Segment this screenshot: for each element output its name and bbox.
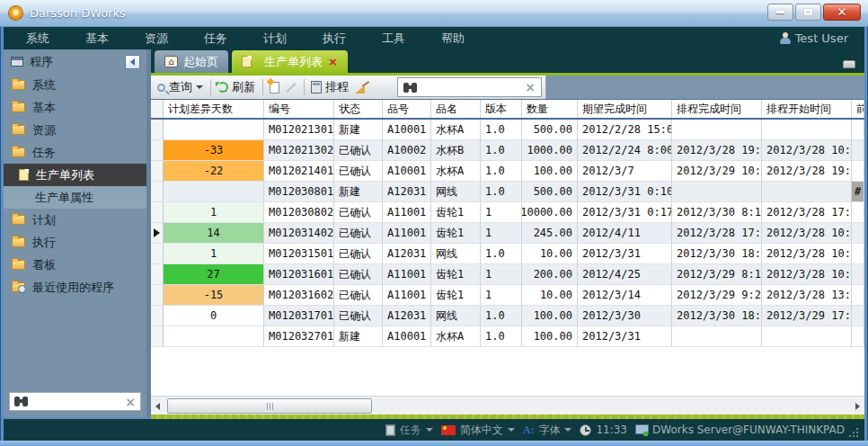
font-dropdown-icon (564, 428, 571, 432)
new-document-icon (270, 82, 279, 94)
refresh-button[interactable]: 刷新 (217, 79, 255, 95)
cell: 已确认 (334, 306, 383, 326)
menu-item-工具[interactable]: 工具 (382, 31, 405, 47)
cell (852, 202, 864, 223)
menu-item-系统[interactable]: 系统 (26, 31, 49, 47)
query-button[interactable]: 查询 (157, 79, 203, 95)
cell: 14 (164, 223, 264, 244)
cell: -33 (164, 140, 264, 161)
toolbar-search-input[interactable] (421, 80, 525, 94)
cell: 已确认 (334, 140, 383, 161)
cell: 齿轮1 (431, 202, 481, 223)
table-row[interactable]: -15M012031602已确认A11001齿轮1110.002012/3/14… (151, 285, 864, 306)
menu-item-计划[interactable]: 计划 (263, 31, 287, 47)
sidebar-item-生产单列表[interactable]: 生产单列表 (4, 164, 146, 186)
sidebar: 程序 系统基本资源任务生产单列表生产单属性计划执行看板最近使用的程序 × (4, 49, 146, 417)
sidebar-item-系统[interactable]: 系统 (4, 74, 146, 96)
tab-close-icon[interactable]: × (328, 56, 338, 67)
column-header-品号[interactable]: 品号 (383, 100, 431, 118)
current-user[interactable]: Test User (780, 31, 848, 45)
column-header-期望完成时间[interactable]: 期望完成时间 (578, 100, 672, 118)
table-row[interactable]: 14M012031402已确认A11001齿轮11245.002012/4/11… (151, 223, 864, 244)
column-header-排程完成时间[interactable]: 排程完成时间 (672, 100, 762, 118)
cell: 2012/3/28 10:52 (762, 223, 852, 244)
column-header-前[interactable]: 前 (852, 100, 864, 118)
window-list-icon[interactable] (843, 60, 855, 68)
table-row[interactable]: -33M012021302已确认A10002水杯B1.01000.002012/… (151, 140, 864, 161)
column-header-计划差异天数[interactable]: 计划差异天数 (164, 100, 264, 118)
cell: 2012/2/24 8:00 (578, 140, 672, 161)
query-dropdown-icon[interactable] (196, 85, 203, 89)
sidebar-collapse-button[interactable] (125, 55, 140, 69)
status-time: 11:33 (596, 424, 627, 436)
horizontal-scrollbar[interactable] (151, 396, 864, 415)
scroll-right-button[interactable] (851, 397, 864, 415)
folder-icon (12, 260, 25, 270)
sidebar-item-生产单属性[interactable]: 生产单属性 (4, 186, 146, 209)
close-icon: ✕ (837, 6, 847, 18)
scrollbar-thumb[interactable] (167, 398, 372, 414)
table-row[interactable]: 1M012030802已确认A11001齿轮1110000.002012/3/3… (151, 202, 864, 223)
maximize-button[interactable] (795, 4, 821, 21)
task-dropdown-icon (426, 428, 433, 432)
cell: 已确认 (334, 223, 383, 244)
resize-grip[interactable] (850, 428, 858, 436)
table-row[interactable]: M012021301新建A10001水杯A1.0500.002012/2/28 … (151, 120, 864, 140)
tab-起始页[interactable]: ⌂起始页 (155, 50, 228, 73)
sidebar-item-资源[interactable]: 资源 (4, 119, 146, 141)
minimize-button[interactable] (767, 4, 793, 21)
sidebar-item-基本[interactable]: 基本 (4, 96, 146, 119)
cell (852, 285, 864, 306)
table-row[interactable]: 0M012031701已确认A12031网线1.0100.002012/3/30… (151, 306, 864, 326)
sidebar-search-clear-icon[interactable]: × (125, 396, 136, 408)
language-menu[interactable]: 简体中文 (441, 423, 515, 438)
table-row[interactable]: 27M012031601已确认A11001齿轮11200.002012/4/25… (151, 264, 864, 285)
column-header-编号[interactable]: 编号 (264, 100, 334, 118)
column-header-数量[interactable]: 数量 (522, 100, 578, 118)
menu-item-执行[interactable]: 执行 (323, 31, 346, 47)
new-button[interactable] (270, 82, 279, 94)
scroll-left-button[interactable] (151, 397, 164, 415)
cell (762, 182, 852, 202)
close-button[interactable]: ✕ (823, 4, 861, 21)
sidebar-item-看板[interactable]: 看板 (4, 254, 146, 276)
cell (762, 120, 852, 140)
row-selector-cell (151, 182, 164, 202)
folder-icon (12, 215, 25, 225)
table-row[interactable]: -22M012021401已确认A10001水杯A1.0100.002012/3… (151, 161, 864, 182)
menu-item-帮助[interactable]: 帮助 (441, 31, 465, 47)
app-gear-icon (9, 6, 22, 20)
tab-生产单列表[interactable]: 生产单列表× (232, 50, 348, 73)
sidebar-item-任务[interactable]: 任务 (4, 141, 146, 164)
sidebar-search-input[interactable] (31, 395, 125, 409)
column-header-版本[interactable]: 版本 (481, 100, 522, 118)
clear-schedule-button[interactable] (355, 81, 368, 94)
cell (852, 244, 864, 264)
toolbar-separator (210, 79, 211, 95)
sidebar-item-最近使用的程序[interactable]: 最近使用的程序 (4, 276, 146, 299)
column-header-状态[interactable]: 状态 (334, 100, 383, 118)
column-header-排程开始时间[interactable]: 排程开始时间 (762, 100, 852, 118)
menu-item-基本[interactable]: 基本 (85, 31, 109, 47)
table-row[interactable]: M012030801新建A12031网线1.0500.002012/3/31 0… (151, 182, 864, 202)
toolbar-search-clear-icon[interactable]: × (525, 81, 536, 94)
sidebar-item-计划[interactable]: 计划 (4, 209, 146, 231)
cell (852, 306, 864, 326)
edit-button[interactable] (286, 82, 297, 94)
cell: A10001 (383, 120, 431, 140)
table-row[interactable]: 1M012031501已确认A12031网线1.010.002012/3/312… (151, 244, 864, 264)
title-bar[interactable]: Darsson DWorks ✕ (0, 0, 868, 27)
cell: 1 (481, 285, 522, 306)
task-menu[interactable]: 任务 (385, 423, 433, 438)
column-header-品名[interactable]: 品名 (431, 100, 481, 118)
sidebar-item-执行[interactable]: 执行 (4, 231, 146, 254)
menu-item-任务[interactable]: 任务 (204, 31, 227, 47)
row-selector-cell (151, 161, 164, 182)
font-icon: A: (523, 424, 535, 437)
font-menu[interactable]: A: 字体 (523, 423, 572, 438)
table-row[interactable]: M012032701新建A10001水杯A1.0100.002012/3/31 (151, 326, 864, 347)
menu-item-资源[interactable]: 资源 (145, 31, 168, 47)
table-header-row: 计划差异天数编号状态品号品名版本数量期望完成时间排程完成时间排程开始时间前 (151, 100, 864, 120)
schedule-button[interactable]: 排程 (311, 79, 349, 95)
arrow-left-icon (155, 403, 160, 410)
